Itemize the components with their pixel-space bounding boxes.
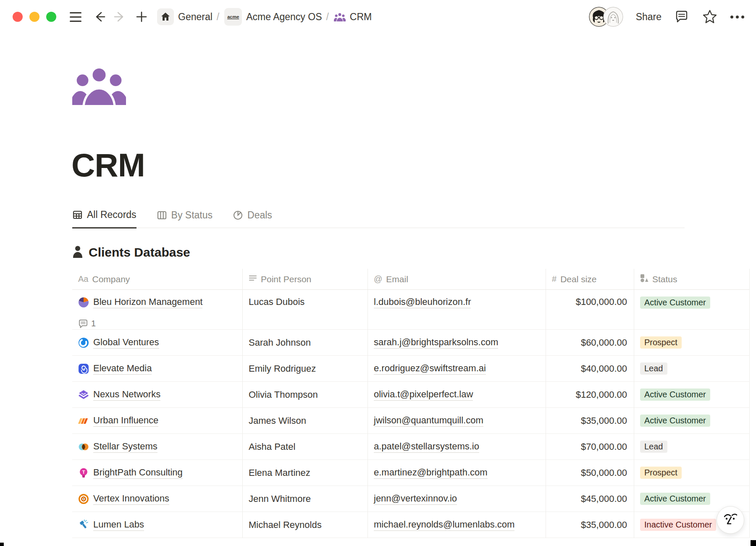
column-label: Email [386,274,408,284]
workspace-logo-badge[interactable]: acme [224,8,242,26]
favorite-star-icon[interactable] [702,9,718,25]
point-person-cell[interactable]: Sarah Johnson [243,330,368,356]
deal-size-cell[interactable]: $60,000.00 [546,330,634,356]
comments-icon[interactable] [674,9,689,24]
text-type-icon: Aa [78,274,88,284]
status-badge: Active Customer [640,388,710,401]
company-link[interactable]: Urban Influence [93,415,158,427]
company-cell[interactable]: Urban Influence [72,408,243,434]
company-cell[interactable]: Bleu Horizon Management 1 [72,290,243,330]
deal-size-cell[interactable]: $70,000.00 [546,434,634,460]
deal-size-cell[interactable]: $100,000.00 [546,290,634,330]
column-header-company[interactable]: Aa Company [72,269,243,290]
sidebar-menu-icon[interactable] [70,12,81,22]
notion-ai-face-button[interactable] [717,506,744,534]
crm-people-icon [334,12,346,21]
table-row[interactable]: Stellar Systems Aisha Patel a.patel@stel… [72,434,750,460]
tab-all-records[interactable]: All Records [72,209,136,228]
status-cell[interactable]: Lead [634,434,750,460]
email-cell[interactable]: e.martinez@brightpath.com [368,460,546,486]
company-link[interactable]: Elevate Media [93,363,152,375]
close-window-button[interactable] [13,12,23,22]
company-cell[interactable]: T BrightPath Consulting [72,460,243,486]
table-row[interactable]: Urban Influence James Wilson jwilson@qua… [72,408,750,434]
company-icon-spiral [78,363,89,374]
email-cell[interactable]: jwilson@quantumquill.com [368,408,546,434]
status-cell[interactable]: Active Customer [634,408,750,434]
breadcrumb-page[interactable]: CRM [350,11,372,23]
point-person-cell[interactable]: Elena Martinez [243,460,368,486]
point-person-cell[interactable]: Lucas Dubois [243,290,368,330]
company-cell[interactable]: Global Ventures [72,330,243,356]
email-cell[interactable]: jenn@vertexinnov.io [368,486,546,512]
column-header-deal-size[interactable]: # Deal size [546,269,634,290]
point-person-cell[interactable]: James Wilson [243,408,368,434]
tab-by-status[interactable]: By Status [157,209,213,228]
deal-size-cell[interactable]: $40,000.00 [546,356,634,382]
table-row[interactable]: Lumen Labs Michael Reynolds michael.reyn… [72,512,750,538]
company-cell[interactable]: Elevate Media [72,356,243,382]
status-cell[interactable]: Active Customer [634,290,750,330]
email-cell[interactable]: olivia.t@pixelperfect.law [368,382,546,408]
company-cell[interactable]: Lumen Labs [72,512,243,538]
table-row[interactable]: T BrightPath Consulting Elena Martinez e… [72,460,750,486]
tab-deals[interactable]: Deals [233,209,272,228]
deal-size-cell[interactable]: $120,000.00 [546,382,634,408]
company-link[interactable]: Vertex Innovations [93,493,169,505]
window-titlebar: General / acme Acme Agency OS / CRM [0,0,756,34]
maximize-window-button[interactable] [46,12,56,22]
deal-size-cell[interactable]: $35,000.00 [546,512,634,538]
column-header-email[interactable]: @ Email [368,269,546,290]
company-link[interactable]: Nexus Networks [93,389,160,401]
breadcrumb-workspace[interactable]: Acme Agency OS [246,11,322,23]
status-shapes-icon [640,274,648,284]
forward-arrow-icon[interactable] [113,10,126,23]
back-arrow-icon[interactable] [93,10,106,23]
person-icon [72,245,83,260]
point-person-cell[interactable]: Aisha Patel [243,434,368,460]
email-cell[interactable]: michael.reynolds@lumenlabs.com [368,512,546,538]
table-row[interactable]: Nexus Networks Olivia Thompson olivia.t@… [72,382,750,408]
company-cell[interactable]: Stellar Systems [72,434,243,460]
more-options-icon[interactable] [730,16,744,18]
share-button[interactable]: Share [636,11,662,23]
company-cell[interactable]: Nexus Networks [72,382,243,408]
company-link[interactable]: Global Ventures [93,337,159,349]
company-link[interactable]: Stellar Systems [93,441,158,453]
traffic-lights [13,12,56,22]
point-person-cell[interactable]: Jenn Whitmore [243,486,368,512]
minimize-window-button[interactable] [29,12,39,22]
breadcrumb-root[interactable]: General [178,11,213,23]
status-cell[interactable]: Active Customer [634,382,750,408]
company-cell[interactable]: Vertex Innovations [72,486,243,512]
point-person-cell[interactable]: Olivia Thompson [243,382,368,408]
email-cell[interactable]: e.rodriguez@swiftstream.ai [368,356,546,382]
column-header-point-person[interactable]: Point Person [243,269,368,290]
email-cell[interactable]: sarah.j@brightsparksolns.com [368,330,546,356]
email-cell[interactable]: l.dubois@bleuhorizon.fr [368,290,546,330]
column-header-status[interactable]: Status [634,269,750,290]
deal-size-cell[interactable]: $50,000.00 [546,460,634,486]
company-link[interactable]: Bleu Horizon Management [93,297,202,308]
page-icon-people[interactable] [72,66,126,107]
deal-size-cell[interactable]: $45,000.00 [546,486,634,512]
status-cell[interactable]: Lead [634,356,750,382]
table-row[interactable]: Elevate Media Emily Rodriguez e.rodrigue… [72,356,750,382]
email-cell[interactable]: a.patel@stellarsystems.io [368,434,546,460]
collaborator-avatars[interactable] [589,7,623,27]
company-link[interactable]: Lumen Labs [93,519,144,531]
point-person-cell[interactable]: Emily Rodriguez [243,356,368,382]
status-cell[interactable]: Prospect [634,460,750,486]
point-person-cell[interactable]: Michael Reynolds [243,512,368,538]
breadcrumb-separator-2: / [326,11,328,23]
home-icon[interactable] [157,8,174,25]
table-row[interactable]: Vertex Innovations Jenn Whitmore jenn@ve… [72,486,750,512]
status-cell[interactable]: Prospect [634,330,750,356]
new-tab-plus-icon[interactable] [135,10,148,23]
table-row[interactable]: Bleu Horizon Management 1 Lucas Dubois l… [72,290,750,330]
deal-size-cell[interactable]: $35,000.00 [546,408,634,434]
company-link[interactable]: BrightPath Consulting [93,467,183,479]
table-row[interactable]: Global Ventures Sarah Johnson sarah.j@br… [72,330,750,356]
status-badge: Lead [640,441,667,453]
comment-count[interactable]: 1 [78,319,96,328]
